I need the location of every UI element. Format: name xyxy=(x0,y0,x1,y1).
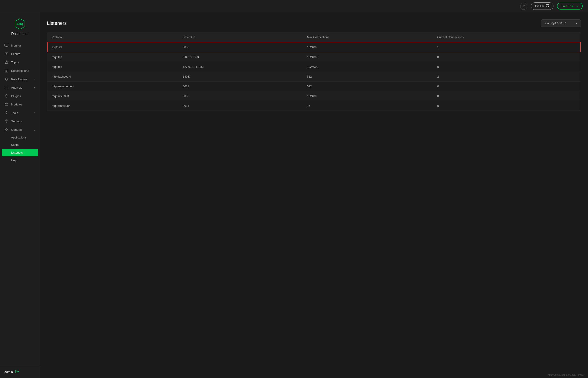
table-cell: 0 xyxy=(433,91,580,101)
table-row[interactable]: mqtt:ws:808380831024000 xyxy=(47,91,580,101)
help-button[interactable]: ? xyxy=(520,3,527,10)
sidebar-item-help[interactable]: Help xyxy=(0,157,40,164)
sidebar-nav: Monitor Clients Topics Subscriptions Rul… xyxy=(0,40,40,366)
app-body: EMQ Dashboard Monitor Clients Topics xyxy=(0,13,588,378)
sidebar-item-users[interactable]: Users xyxy=(0,141,40,148)
col-current-connections: Current Connections xyxy=(433,32,580,42)
table-cell: 0 xyxy=(433,62,580,72)
table-row[interactable]: mqtt:tcp0.0.0.0:188310240000 xyxy=(47,52,580,62)
general-icon xyxy=(4,128,8,132)
table-cell: 16 xyxy=(303,101,433,111)
table-cell: 127.0.0.1:11883 xyxy=(178,62,302,72)
table-cell: 1024000 xyxy=(303,52,433,62)
table-row[interactable]: mqtt:ssl88831024001 xyxy=(47,42,580,52)
table-cell: 0.0.0.0:1883 xyxy=(178,52,302,62)
svg-rect-19 xyxy=(7,86,8,87)
col-listen-on: Listen On xyxy=(178,32,302,42)
table-cell: 1 xyxy=(433,42,580,52)
table-cell: http:dashboard xyxy=(47,72,178,81)
sidebar-item-rule-engine[interactable]: Rule Engine ▾ xyxy=(0,75,40,83)
sidebar-item-modules[interactable]: Modules xyxy=(0,100,40,108)
sidebar-footer: admin xyxy=(0,366,40,378)
sidebar-brand: Dashboard xyxy=(11,32,28,36)
sidebar-label-modules: Modules xyxy=(11,103,22,106)
rule-engine-chevron-icon: ▾ xyxy=(34,78,35,81)
table-row[interactable]: mqtt:tcp127.0.0.1:1188310240000 xyxy=(47,62,580,72)
svg-rect-21 xyxy=(7,88,8,89)
sidebar-item-analysis[interactable]: Analysis ▾ xyxy=(0,83,40,92)
sidebar-item-subscriptions[interactable]: Subscriptions xyxy=(0,67,40,75)
sidebar-label-tools: Tools xyxy=(11,111,18,115)
server-selector-chevron-icon: ▾ xyxy=(575,22,577,25)
sidebar-label-rule-engine: Rule Engine xyxy=(11,78,27,81)
table-cell: mqtt:tcp xyxy=(47,52,178,62)
svg-rect-22 xyxy=(5,104,8,106)
col-protocol: Protocol xyxy=(47,32,178,42)
analysis-chevron-icon: ▾ xyxy=(34,86,35,89)
applications-label: Applications xyxy=(11,136,26,139)
sidebar-item-plugins[interactable]: Plugins xyxy=(0,92,40,100)
col-max-connections: Max Connections xyxy=(303,32,433,42)
svg-rect-26 xyxy=(7,128,8,129)
sidebar-label-analysis: Analysis xyxy=(11,86,22,89)
server-selector-value: emqx@127.0.0.1 xyxy=(545,22,567,25)
table-cell: 0 xyxy=(433,52,580,62)
sidebar-label-settings: Settings xyxy=(11,120,22,123)
table-row[interactable]: http:dashboard180835122 xyxy=(47,72,580,81)
emq-logo: EMQ xyxy=(14,18,26,30)
sidebar: EMQ Dashboard Monitor Clients Topics xyxy=(0,13,40,378)
listeners-table-container: Protocol Listen On Max Connections Curre… xyxy=(47,32,581,111)
free-trial-arrow-icon: → xyxy=(575,4,578,8)
users-label: Users xyxy=(11,143,19,147)
svg-point-24 xyxy=(6,121,7,122)
github-label: GitHub xyxy=(535,4,544,8)
table-cell: 8883 xyxy=(178,42,302,52)
sidebar-label-subscriptions: Subscriptions xyxy=(11,69,29,72)
table-cell: 1024000 xyxy=(303,62,433,72)
rule-engine-icon xyxy=(4,77,8,81)
free-trial-label: Free Trial xyxy=(562,4,574,8)
table-cell: 8084 xyxy=(178,101,302,111)
github-button[interactable]: GitHub xyxy=(531,2,553,10)
logout-icon[interactable] xyxy=(15,370,19,375)
sidebar-item-clients[interactable]: Clients xyxy=(0,50,40,58)
table-header-row: Protocol Listen On Max Connections Curre… xyxy=(47,32,580,42)
table-cell: 0 xyxy=(433,81,580,91)
table-row[interactable]: http:management80815120 xyxy=(47,81,580,91)
top-bar: ? GitHub Free Trial → xyxy=(0,0,588,13)
svg-rect-2 xyxy=(5,44,8,46)
sidebar-item-general[interactable]: General ▴ xyxy=(0,125,40,134)
settings-icon xyxy=(4,119,8,123)
sidebar-item-topics[interactable]: Topics xyxy=(0,58,40,67)
tools-chevron-icon: ▾ xyxy=(34,112,35,114)
subscriptions-icon xyxy=(4,69,8,73)
help-label: Help xyxy=(11,159,17,162)
sidebar-label-clients: Clients xyxy=(11,52,20,56)
listeners-label: Listeners xyxy=(11,151,23,154)
sidebar-item-settings[interactable]: Settings xyxy=(0,117,40,125)
sidebar-item-listeners[interactable]: Listeners xyxy=(2,149,38,156)
sidebar-item-tools[interactable]: Tools ▾ xyxy=(0,108,40,117)
table-row[interactable]: mqtt:wss:80848084160 xyxy=(47,101,580,111)
table-cell: 0 xyxy=(433,101,580,111)
sidebar-item-applications[interactable]: Applications xyxy=(0,134,40,141)
sidebar-label-topics: Topics xyxy=(11,61,19,64)
table-cell: mqtt:ssl xyxy=(47,42,178,52)
sidebar-label-general: General xyxy=(11,128,22,131)
table-cell: http:management xyxy=(47,81,178,91)
table-body: mqtt:ssl88831024001mqtt:tcp0.0.0.0:18831… xyxy=(47,42,580,110)
svg-point-23 xyxy=(6,112,7,113)
listeners-table: Protocol Listen On Max Connections Curre… xyxy=(47,32,581,110)
general-chevron-icon: ▴ xyxy=(34,129,35,131)
table-cell: 18083 xyxy=(178,72,302,81)
table-cell: mqtt:wss:8084 xyxy=(47,101,178,111)
sidebar-item-monitor[interactable]: Monitor xyxy=(0,41,40,50)
free-trial-button[interactable]: Free Trial → xyxy=(557,3,583,10)
sidebar-logo: EMQ Dashboard xyxy=(0,13,40,40)
table-cell: 102400 xyxy=(303,42,433,52)
table-cell: 512 xyxy=(303,81,433,91)
page-header: Listeners emqx@127.0.0.1 ▾ xyxy=(40,13,588,32)
topics-icon xyxy=(4,60,8,64)
table-cell: 8083 xyxy=(178,91,302,101)
server-selector[interactable]: emqx@127.0.0.1 ▾ xyxy=(541,19,581,27)
